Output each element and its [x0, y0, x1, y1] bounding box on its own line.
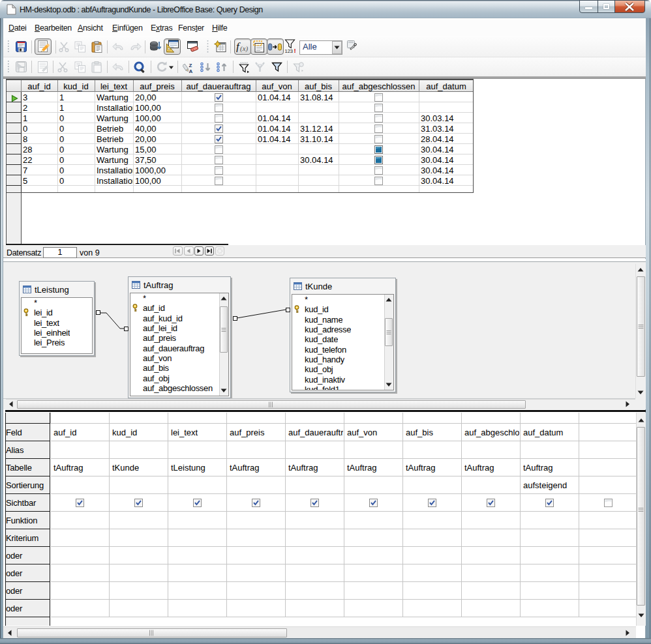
- svg-text:A: A: [189, 68, 193, 74]
- svg-text:!: !: [294, 47, 296, 53]
- svg-text:(x): (x): [240, 44, 249, 53]
- svg-text:123: 123: [285, 48, 294, 54]
